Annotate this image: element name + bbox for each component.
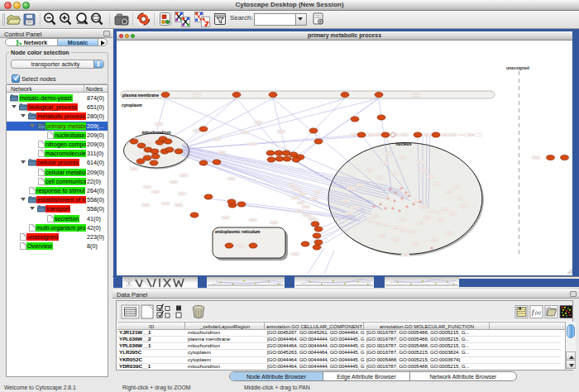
svg-text:cytoplasm: cytoplasm bbox=[122, 103, 142, 108]
svg-text:plasma membrane: plasma membrane bbox=[122, 93, 159, 98]
svg-text:unassigned: unassigned bbox=[506, 65, 529, 70]
svg-text:mitochondrion: mitochondrion bbox=[142, 130, 171, 135]
svg-text:endoplasmic reticulum: endoplasmic reticulum bbox=[215, 229, 261, 234]
svg-text:nucleus: nucleus bbox=[396, 141, 412, 146]
